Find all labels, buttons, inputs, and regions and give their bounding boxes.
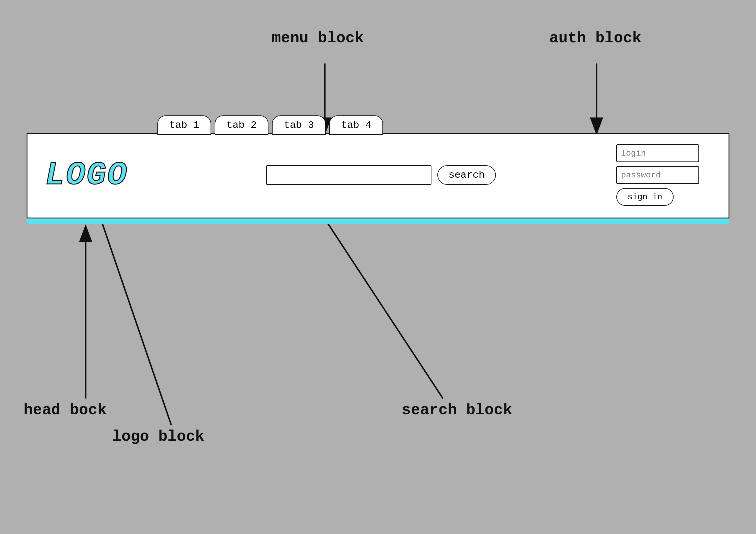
logo-block: LOGO xyxy=(45,157,146,194)
head-block-annotation: head bock xyxy=(24,401,107,419)
tab-1[interactable]: tab 1 xyxy=(157,116,211,135)
logo-text: LOGO xyxy=(45,157,128,194)
search-input[interactable] xyxy=(266,165,431,185)
auth-block-annotation: auth block xyxy=(549,30,641,47)
tab-3[interactable]: tab 3 xyxy=(272,116,326,135)
tab-4[interactable]: tab 4 xyxy=(329,116,383,135)
logo-block-annotation: logo block xyxy=(112,428,204,445)
search-button[interactable]: search xyxy=(437,165,496,185)
svg-line-4 xyxy=(94,201,171,425)
menu-block-annotation: menu block xyxy=(272,30,364,47)
header-box: tab 1 tab 2 tab 3 tab 4 LOGO search sign… xyxy=(27,133,729,219)
head-block: tab 1 tab 2 tab 3 tab 4 LOGO search sign… xyxy=(27,133,729,224)
signin-button[interactable]: sign in xyxy=(616,188,674,206)
password-input[interactable] xyxy=(616,166,699,184)
tab-2[interactable]: tab 2 xyxy=(215,116,268,135)
login-input[interactable] xyxy=(616,144,699,162)
menu-block: tab 1 tab 2 tab 3 tab 4 xyxy=(157,116,383,135)
search-block-annotation: search block xyxy=(402,401,512,419)
auth-block: sign in xyxy=(616,144,711,206)
search-block: search xyxy=(146,165,616,185)
